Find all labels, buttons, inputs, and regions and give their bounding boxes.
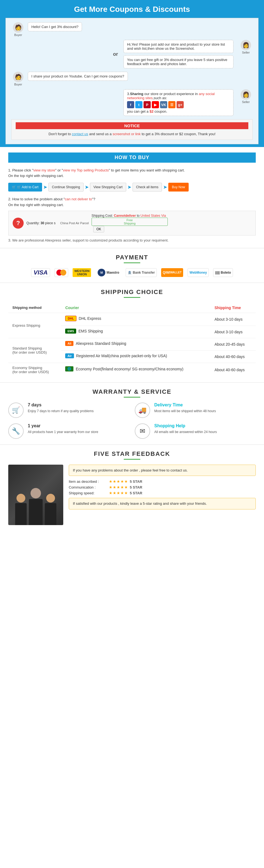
how-to-buy-section: HOW TO BUY 1. Please click "view my stor… — [0, 147, 264, 248]
rating-row-2: Shipping speed: ★★★★★ 5 STAR — [69, 491, 256, 495]
seller-avatar-2: 👩 Seller — [239, 89, 253, 103]
chat-seller-a1: or Hi,Yes! Please just add our store and… — [11, 40, 253, 68]
dhl-badge: DHL — [65, 316, 77, 321]
ali-name: Aliexpress Standard Shipping — [76, 341, 126, 346]
warranty-desc-help: All emails will be answered within 24 ho… — [154, 430, 217, 434]
add-to-cart-icon: 🛒 — [12, 185, 16, 189]
to-label: to — [137, 214, 140, 218]
economy-method-cell: Economy Shipping (for order under USD5) — [8, 363, 61, 377]
rss-icon: ☰ — [168, 101, 175, 108]
warranty-desc-7days: Enjoy 7 days to return if any quality pr… — [28, 409, 93, 413]
seller-icon-2: 👩 — [241, 89, 251, 100]
eco-row: 🌐 Economy Post(finland economy/ SG econo… — [65, 366, 206, 371]
flow-arrow-2: ➤ — [85, 184, 89, 190]
buyer-label-1: Buyer — [14, 33, 22, 36]
air-courier-cell: Air Registered Air Mail(china post/e pac… — [61, 350, 210, 363]
buyer-avatar-1: 🧑 Buyer — [11, 22, 25, 36]
air-time-cell: About 40-60 days — [210, 350, 256, 363]
warranty-headline-7days: 7 days — [28, 403, 93, 407]
coupons-title: Get More Coupons & Discounts — [5, 5, 259, 14]
table-row: Economy Shipping (for order under USD5) … — [8, 363, 256, 377]
warranty-headline-delivery: Delivery Time — [154, 403, 216, 407]
warranty-item-1year: 🔧 1 year All products have 1 year warran… — [8, 424, 129, 439]
rating-label-2: Shipping speed: — [69, 491, 107, 495]
seller-label-2: Seller — [242, 100, 250, 103]
person-head-1 — [17, 494, 25, 502]
warranty-text-7days: 7 days Enjoy 7 days to return if any qua… — [28, 403, 93, 413]
payment-section: PAYMENT VISA WESTERNUNION M Maestro 🏦 Ba… — [0, 248, 264, 282]
boleto-icon: ||||| Boleto — [213, 268, 233, 277]
contact-link[interactable]: contact us — [72, 132, 88, 136]
buyer-bubble-2: I share your product on Youtube. Can I g… — [28, 72, 128, 81]
warranty-underline — [124, 397, 140, 398]
how-step-2: 2. How to solve the problem about "can n… — [8, 196, 256, 208]
shipping-table: Shipping method Courier Shipping Time Ex… — [8, 303, 256, 377]
seller-bubbles-1: Hi,Yes! Please just add our store and pr… — [121, 40, 236, 68]
flow-arrow-4: ➤ — [163, 184, 167, 190]
ali-courier-cell: Ali Aliexpress Standard Shipping — [61, 338, 210, 350]
or-label: or — [113, 51, 118, 57]
check-items-btn[interactable]: Check all items — [133, 183, 162, 191]
rating-row-1: Communication : ★★★★★ 5 STAR — [69, 485, 256, 489]
people-silhouette — [15, 488, 56, 525]
shipping-header-row: Shipping method Courier Shipping Time — [8, 303, 256, 313]
person-body-3 — [45, 503, 56, 525]
buyer-avatar-2: 🧑 Buyer — [11, 72, 25, 86]
buy-now-btn[interactable]: Buy Now — [168, 183, 189, 191]
rating-label-1: Communication : — [69, 485, 107, 489]
air-badge: Air — [65, 353, 74, 358]
shipping-table-body: Express Shipping DHL DHL Express About 3… — [8, 313, 256, 377]
quantity-value: 30 — [40, 221, 44, 225]
person-2 — [29, 488, 42, 525]
ok-button[interactable]: OK — [93, 226, 104, 232]
warranty-desc-delivery: Most items will be shipped within 48 hou… — [154, 409, 216, 413]
view-store-link[interactable]: view my store — [33, 168, 55, 172]
warranty-text-1year: 1 year All products have 1 year warranty… — [28, 424, 98, 434]
warranty-text-delivery: Delivery Time Most items will be shipped… — [154, 403, 216, 413]
ems-time-cell: About 3-10 days — [210, 326, 256, 338]
feedback-right: If you have any problems about the order… — [69, 465, 256, 509]
buyer-bubble-1: Hello! Can I get 3% discount? — [28, 22, 82, 31]
ratings-container: Item as described : ★★★★★ 5 STAR Communi… — [69, 479, 256, 495]
how-to-buy-banner: HOW TO BUY — [8, 153, 256, 163]
quantity-label: Quantity: — [26, 221, 39, 225]
warranty-headline-1year: 1 year — [28, 424, 98, 428]
final-note-box: If satisfied with our products , kindly … — [69, 498, 256, 509]
mail-warranty-icon: ✉ — [135, 424, 150, 439]
ems-row: EMS EMS Shipping — [65, 329, 206, 334]
add-to-cart-label: 🛒 Add to Cart — [17, 185, 38, 189]
feedback-intro-box: If you have any problems about the order… — [69, 465, 256, 476]
ems-courier-cell: EMS EMS Shipping — [61, 326, 210, 338]
eco-courier-cell: 🌐 Economy Post(finland economy/ SG econo… — [61, 363, 210, 377]
western-union-icon: WESTERNUNION — [72, 268, 91, 277]
seller-label-1: Seller — [242, 51, 250, 54]
buyer-icon-2: 🧑 — [13, 72, 23, 82]
mastercard-icon — [54, 268, 68, 277]
view-top-selling-link[interactable]: view my Top selling Products — [63, 168, 109, 172]
col-time: Shipping Time — [210, 303, 256, 313]
seller-sharing-text: 3.Sharing our store or product experienc… — [127, 92, 215, 100]
continue-shopping-btn[interactable]: Continue Shopping — [49, 183, 84, 191]
eco-name: Economy Post(finland economy/ SG economy… — [76, 367, 183, 371]
visa-icon: VISA — [31, 268, 50, 277]
destination-link[interactable]: United States Via — [141, 214, 167, 218]
express-method-cell: Express Shipping — [8, 313, 61, 338]
seller-bubble-2: 3.Sharing our store or product experienc… — [123, 89, 233, 116]
view-cart-btn[interactable]: View Shopping Cart — [90, 183, 126, 191]
feedback-section: FIVE STAR FEEDBACK If you have any prob — [0, 444, 264, 531]
col-method: Shipping method — [8, 303, 61, 313]
cannot-deliver-link[interactable]: can not deliver to — [65, 197, 92, 201]
shipping-underline — [124, 297, 140, 298]
how-to-buy-flow: 🛒 🛒 Add to Cart ➤ Continue Shopping ➤ Vi… — [8, 183, 256, 191]
air-row: Air Registered Air Mail(china post/e pac… — [65, 353, 206, 358]
add-to-cart-btn[interactable]: 🛒 🛒 Add to Cart — [8, 183, 42, 191]
bank-transfer-icon: 🏦 Bank Transfer — [126, 268, 156, 277]
shipping-cost-label: Shipping Cost: — [92, 214, 113, 218]
warranty-item-delivery: 🚚 Delivery Time Most items will be shipp… — [135, 403, 256, 418]
mc-circles — [56, 270, 66, 276]
piece-label: piece s — [45, 221, 56, 225]
professional-note: 3. We are professional Aliexpress seller… — [8, 238, 256, 242]
warranty-headline-help: Shopping Help — [154, 424, 217, 428]
feedback-underline — [124, 459, 140, 460]
ems-badge: EMS — [65, 329, 76, 334]
